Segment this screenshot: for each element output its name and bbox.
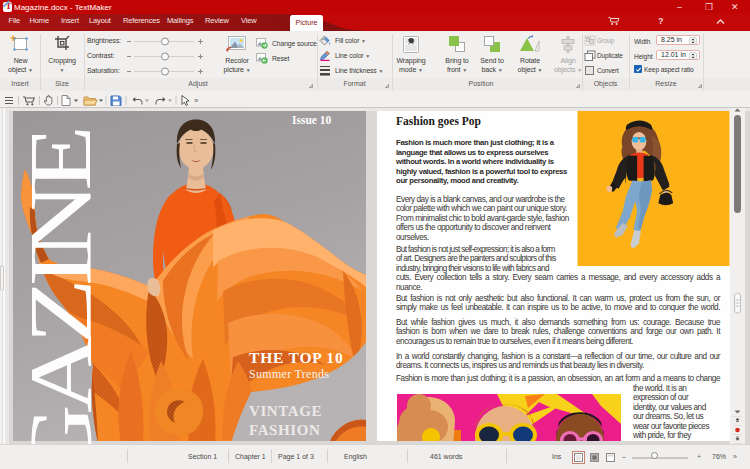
svg-text:VINTAGE: VINTAGE bbox=[249, 403, 322, 419]
svg-text:Summer Trends: Summer Trends bbox=[249, 367, 329, 381]
svg-text:FASHION: FASHION bbox=[249, 422, 320, 438]
svg-text:Issue 10: Issue 10 bbox=[292, 114, 332, 126]
svg-text:»: » bbox=[194, 96, 199, 105]
svg-text:THE TOP 10: THE TOP 10 bbox=[249, 349, 343, 366]
